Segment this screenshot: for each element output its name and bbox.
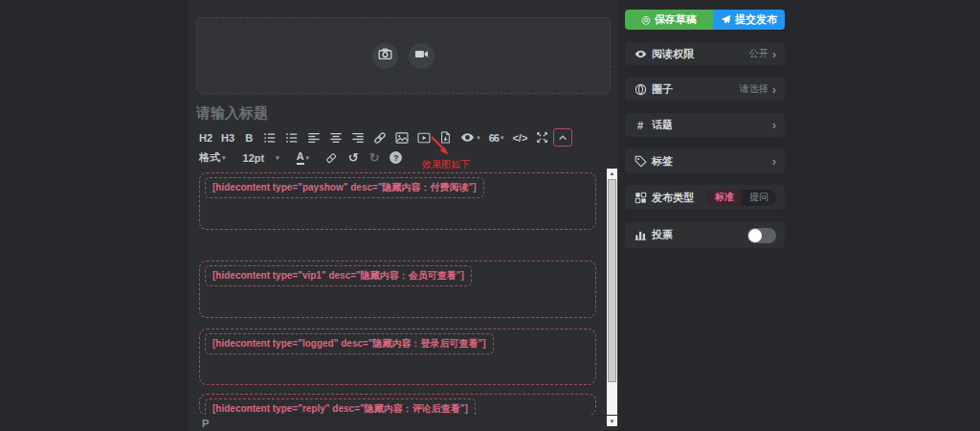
scroll-up-icon[interactable]: ▲ [607, 169, 617, 178]
eraser-icon [324, 151, 338, 165]
code-button[interactable]: </> [508, 128, 531, 147]
hidden-content-block-payshow[interactable]: [hidecontent type="payshow" desc="隐藏内容：付… [199, 172, 596, 230]
redo-icon: ↻ [369, 150, 380, 165]
format-label: 格式 [199, 150, 220, 165]
bar-chart-icon [634, 229, 647, 241]
action-buttons: ◎ 保存草稿 提交发布 [625, 10, 785, 30]
hidden-content-tag: [hidecontent type="vip1" desc="隐藏内容：会员可查… [205, 265, 472, 286]
font-size-select[interactable]: 12pt ▾ [239, 148, 283, 167]
publish-button[interactable]: 提交发布 [713, 10, 785, 30]
topic-label: 话题 [652, 118, 772, 132]
chevron-right-icon: › [772, 83, 776, 96]
media-icon [417, 131, 431, 145]
hidden-content-button[interactable]: ▾ [457, 128, 484, 147]
read-permission-value: 公开 [749, 47, 768, 60]
link-button[interactable] [369, 128, 390, 147]
editor-column: H2 H3 B ▾ 66 ▾ </> 格式 ▾ 12pt ▾ [189, 0, 618, 431]
clear-format-button[interactable] [321, 148, 342, 167]
chevron-right-icon: › [772, 155, 776, 168]
scrollbar-thumb[interactable] [608, 179, 616, 382]
publish-type-question[interactable]: 提问 [742, 190, 776, 206]
camera-icon [378, 47, 392, 65]
chevron-up-icon [557, 132, 568, 144]
vote-label: 投票 [652, 228, 747, 242]
panel-publish-type: 发布类型 标准 提问 [625, 185, 785, 210]
editor-content[interactable]: [hidecontent type="payshow" desc="隐藏内容：付… [189, 169, 618, 415]
publish-sidebar: ◎ 保存草稿 提交发布 阅读权限 公开 › 圈子 请选择 › # 话题 › 标签… [625, 0, 785, 431]
numbered-list-icon [285, 131, 299, 145]
publish-type-segmented-control: 标准 提问 [707, 190, 776, 206]
align-left-button[interactable] [303, 128, 324, 147]
caret-down-icon: ▾ [306, 154, 310, 161]
caret-down-icon: ▾ [477, 134, 480, 141]
publish-type-label: 发布类型 [652, 191, 707, 205]
quote-button[interactable]: 66 ▾ [485, 128, 508, 147]
bullet-list-icon [263, 131, 277, 145]
hidden-content-block-reply[interactable]: [hidecontent type="reply" desc="隐藏内容：评论后… [199, 394, 596, 415]
redo-button[interactable]: ↻ [365, 148, 384, 167]
numbered-list-button[interactable] [281, 128, 302, 147]
element-path[interactable]: P [202, 418, 209, 429]
font-size-label: 12pt [243, 152, 265, 164]
cover-upload-area[interactable] [196, 17, 611, 94]
align-right-icon [351, 131, 365, 145]
bold-label: B [245, 132, 253, 144]
grid-icon [634, 192, 647, 204]
eye-icon [460, 130, 475, 145]
attachment-button[interactable] [435, 128, 456, 147]
hidden-content-tag: [hidecontent type="reply" desc="隐藏内容：评论后… [205, 398, 476, 415]
toggle-knob [748, 229, 762, 242]
align-center-button[interactable] [325, 128, 346, 147]
publish-type-standard[interactable]: 标准 [707, 190, 742, 206]
h2-button[interactable]: H2 [195, 128, 216, 147]
target-icon: ◎ [641, 14, 651, 25]
collapse-toolbar-button[interactable] [553, 128, 572, 147]
chevron-right-icon: › [772, 48, 776, 60]
bold-button[interactable]: B [239, 128, 258, 147]
insert-video-button[interactable] [413, 128, 434, 147]
help-icon: ? [390, 151, 402, 164]
video-camera-icon [414, 47, 429, 65]
tags-label: 标签 [652, 154, 772, 169]
undo-icon: ↺ [348, 150, 359, 165]
eye-icon [634, 48, 647, 60]
format-select[interactable]: 格式 ▾ [195, 148, 230, 167]
save-draft-label: 保存草稿 [655, 12, 697, 27]
circle-value: 请选择 [740, 82, 768, 96]
h2-label: H2 [199, 132, 212, 144]
undo-button[interactable]: ↺ [344, 148, 363, 167]
upload-video-button[interactable] [409, 43, 434, 69]
fullscreen-button[interactable] [532, 128, 552, 147]
panel-topic[interactable]: # 话题 › [625, 113, 785, 137]
upload-image-button[interactable] [372, 43, 398, 69]
panel-tags[interactable]: 标签 › [625, 148, 785, 173]
editor-scrollbar[interactable]: ▲ ▼ [607, 169, 617, 426]
circle-icon [634, 83, 647, 96]
hidden-content-tag: [hidecontent type="logged" desc="隐藏内容：登录… [205, 333, 494, 354]
panel-read-permission[interactable]: 阅读权限 公开 › [625, 42, 785, 65]
hidden-content-block-logged[interactable]: [hidecontent type="logged" desc="隐藏内容：登录… [199, 329, 596, 385]
vote-toggle[interactable] [747, 228, 776, 243]
font-color-select[interactable]: A ▾ [293, 148, 313, 167]
align-center-icon [329, 131, 343, 145]
tag-icon [634, 155, 647, 168]
panel-vote: 投票 [625, 222, 785, 248]
insert-image-button[interactable] [391, 128, 412, 147]
image-icon [395, 131, 409, 145]
send-icon [721, 14, 731, 25]
align-right-button[interactable] [347, 128, 368, 147]
bullet-list-button[interactable] [259, 128, 280, 147]
link-icon [373, 131, 387, 145]
panel-circle[interactable]: 圈子 请选择 › [625, 78, 785, 101]
save-draft-button[interactable]: ◎ 保存草稿 [625, 10, 713, 30]
circle-label: 圈子 [652, 82, 740, 97]
hidden-content-block-vip[interactable]: [hidecontent type="vip1" desc="隐藏内容：会员可查… [199, 261, 596, 318]
title-input[interactable] [196, 102, 598, 123]
hash-icon: # [634, 120, 647, 131]
h3-button[interactable]: H3 [217, 128, 238, 147]
help-button[interactable]: ? [386, 148, 406, 167]
editor-toolbar-row1: H2 H3 B ▾ 66 ▾ </> [189, 127, 618, 147]
file-icon [439, 131, 452, 144]
fullscreen-icon [536, 131, 548, 144]
chevron-right-icon: › [772, 119, 776, 131]
